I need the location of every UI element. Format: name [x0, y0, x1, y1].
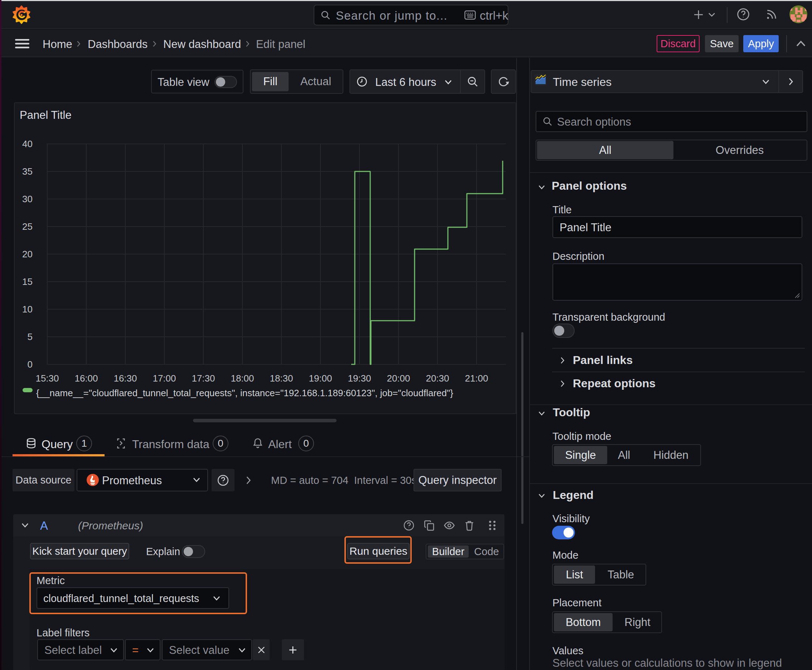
svg-text:20:30: 20:30: [425, 373, 449, 384]
svg-text:20: 20: [22, 249, 32, 259]
svg-text:10: 10: [22, 304, 32, 315]
svg-text:15:30: 15:30: [36, 373, 59, 384]
svg-text:19:00: 19:00: [309, 373, 332, 384]
svg-text:15: 15: [22, 276, 32, 287]
svg-text:0: 0: [27, 359, 32, 370]
svg-text:18:30: 18:30: [270, 373, 293, 384]
svg-text:16:30: 16:30: [114, 373, 137, 384]
svg-text:18:00: 18:00: [231, 373, 254, 384]
svg-text:25: 25: [22, 221, 32, 232]
svg-text:40: 40: [22, 139, 32, 149]
svg-text:20:00: 20:00: [387, 373, 410, 384]
svg-text:19:30: 19:30: [348, 373, 371, 384]
svg-text:17:30: 17:30: [192, 373, 215, 384]
svg-text:35: 35: [22, 166, 32, 177]
svg-text:16:00: 16:00: [75, 373, 98, 384]
svg-text:21:00: 21:00: [465, 373, 488, 384]
svg-text:17:00: 17:00: [153, 373, 176, 384]
svg-text:30: 30: [22, 194, 32, 205]
svg-text:5: 5: [27, 332, 32, 342]
